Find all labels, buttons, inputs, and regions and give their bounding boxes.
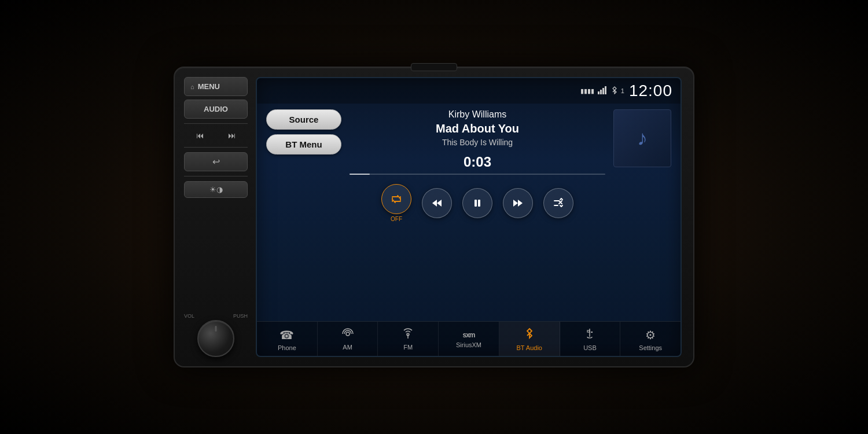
rewind-wrapper [422,188,452,218]
fast-forward-wrapper [503,188,533,218]
menu-button[interactable]: ⌂ MENU [184,77,248,96]
brightness-button[interactable]: ☀◑ [184,181,248,198]
main-screen: ▮▮▮▮ 1 12: [256,77,682,357]
svg-point-18 [591,332,593,333]
music-note-icon: ♪ [637,126,648,150]
svg-rect-2 [602,88,604,94]
phone-label: Phone [278,344,296,351]
nav-item-am[interactable]: AM [318,322,378,356]
artist-name: Kirby Williams [448,109,506,120]
status-icons: ▮▮▮▮ 1 [580,86,624,95]
fast-forward-button[interactable] [503,188,533,218]
svg-marker-9 [513,200,518,207]
nav-item-phone[interactable]: ☎ Phone [257,322,318,356]
settings-label: Settings [639,344,662,351]
shuffle-button[interactable] [543,188,573,218]
siriusxm-icon: sxm [463,331,475,339]
svg-marker-6 [437,200,442,207]
repeat-wrapper: OFF [381,184,411,222]
signal-icon [598,86,608,95]
svg-rect-8 [478,200,480,207]
nav-item-usb[interactable]: USB [560,322,621,356]
back-icon: ↩ [212,157,220,167]
am-label: AM [343,344,352,351]
main-content: Source BT Menu Kirby Williams Mad About … [257,104,681,321]
progress-fill [350,174,370,175]
shuffle-wrapper [543,188,573,218]
menu-label: MENU [198,82,220,91]
playback-controls: OFF [381,184,573,222]
top-vent [411,63,457,71]
bluetooth-icon [612,86,617,95]
source-button[interactable]: Source [266,109,341,130]
fm-label: FM [403,344,413,351]
back-button[interactable]: ↩ [184,152,248,171]
audio-button[interactable]: AUDIO [184,100,248,119]
next-track-button[interactable]: ⏭ [228,131,236,140]
nav-item-settings[interactable]: ⚙ Settings [620,322,681,356]
nav-item-siriusxm[interactable]: sxm SiriusXM [439,322,499,356]
svg-rect-7 [475,200,477,207]
svg-point-11 [346,332,350,336]
bt-audio-label: BT Audio [517,344,542,351]
screen-left-controls: Source BT Menu [266,109,341,315]
svg-rect-0 [598,91,599,94]
vol-labels: VOL PUSH [184,313,248,319]
brightness-icon: ☀◑ [209,185,223,194]
push-label: PUSH [233,313,248,319]
fm-icon [402,328,414,341]
siriusxm-label: SiriusXM [456,341,481,348]
repeat-button[interactable] [381,184,411,214]
svg-rect-16 [587,330,590,332]
audio-label: AUDIO [204,105,228,113]
nav-item-fm[interactable]: FM [378,322,439,356]
divider-1 [184,123,248,124]
pause-button[interactable] [462,188,492,218]
nav-item-bt-audio[interactable]: BT Audio [499,322,560,356]
settings-icon: ⚙ [645,328,656,342]
bottom-nav: ☎ Phone AM [257,321,681,356]
usb-icon [585,328,594,342]
repeat-label: OFF [391,216,402,222]
phone-icon: ☎ [279,328,294,342]
bt-menu-button[interactable]: BT Menu [266,134,341,155]
battery-icon: ▮▮▮▮ [580,87,594,95]
rewind-button[interactable] [422,188,452,218]
control-panel: ⌂ MENU AUDIO ⏮ ⏭ ↩ ☀◑ VOL PUSH [184,77,248,357]
svg-rect-3 [605,86,606,94]
bt-audio-icon [525,328,534,342]
track-title: Mad About You [436,122,519,135]
am-icon [341,328,354,341]
bt-number: 1 [621,87,624,94]
divider-3 [184,176,248,176]
vol-label: VOL [184,313,194,319]
volume-knob[interactable] [197,320,234,357]
home-icon: ⌂ [190,83,194,90]
svg-rect-1 [600,90,602,94]
progress-bar[interactable] [350,174,605,175]
svg-marker-5 [432,200,437,207]
pause-wrapper [462,188,492,218]
clock-display: 12:00 [629,82,672,100]
track-skip-controls: ⏮ ⏭ [184,128,248,142]
prev-track-button[interactable]: ⏮ [196,131,204,140]
volume-area: VOL PUSH [184,313,248,357]
album-name: This Body Is Willing [442,138,513,147]
album-art: ♪ [613,109,671,167]
track-info: Kirby Williams Mad About You This Body I… [350,109,605,315]
head-unit: ⌂ MENU AUDIO ⏮ ⏭ ↩ ☀◑ VOL PUSH [174,67,694,367]
usb-label: USB [583,344,597,351]
divider-2 [184,147,248,148]
playback-time: 0:03 [464,154,491,170]
status-bar: ▮▮▮▮ 1 12: [257,78,681,104]
svg-marker-10 [518,200,523,207]
